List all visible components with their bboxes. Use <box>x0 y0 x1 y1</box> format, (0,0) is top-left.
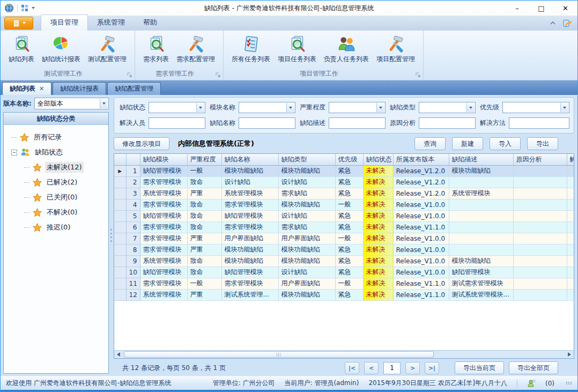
table-row[interactable]: 4需求管理模块致命需求管理模块模块功能缺陷一般未解决Release_V1.0.0 <box>114 199 574 210</box>
minimize-button[interactable]: – <box>505 1 529 16</box>
next-page-button[interactable]: > <box>405 362 420 374</box>
tree-item[interactable]: 缺陷状态 <box>6 145 106 160</box>
filter-input[interactable] <box>239 117 295 129</box>
scroll-left-arrow-icon[interactable] <box>114 351 123 358</box>
tree-item[interactable]: 已关闭(0) <box>6 190 106 205</box>
horizontal-scrollbar[interactable] <box>114 350 574 358</box>
application-menu-button[interactable] <box>4 17 33 29</box>
filter-text-input[interactable] <box>149 118 205 128</box>
tree-item[interactable]: 未解决(12) <box>6 160 106 175</box>
table-row[interactable]: 10缺陷管理模块致命缺陷管理模块设计缺陷紧急未解决Release_V1.0.0缺… <box>114 267 574 278</box>
table-row[interactable]: 6需求管理模块致命需求管理模块需求缺陷紧急未解决Release_V1.1.0 <box>114 221 574 233</box>
version-combobox[interactable]: 全部版本 <box>34 98 109 109</box>
query-button[interactable]: 查询 <box>414 137 446 150</box>
table-row[interactable]: 2需求管理模块致命设计缺陷设计缺陷紧急未解决Release_V1.2.0 <box>114 176 574 188</box>
tree-item[interactable]: 推迟(0) <box>6 220 106 235</box>
maximize-button[interactable]: □ <box>529 1 553 16</box>
filter-input[interactable] <box>509 117 569 129</box>
filter-combobox[interactable] <box>329 102 386 113</box>
collapse-expander-icon[interactable] <box>11 150 17 156</box>
filter-text-input[interactable] <box>419 118 475 128</box>
export-button[interactable]: 导出 <box>527 137 558 150</box>
close-tab-icon[interactable]: ✕ <box>39 86 44 92</box>
prev-page-button[interactable]: < <box>364 362 379 374</box>
ribbon-button[interactable]: 测试配置管理 <box>84 32 130 65</box>
dialog-launcher-icon[interactable] <box>416 72 421 78</box>
modify-display-items-button[interactable]: 修改显示项目 <box>114 137 169 150</box>
dialog-launcher-icon[interactable] <box>127 72 132 78</box>
filter-combobox-dropdown-button[interactable] <box>376 103 384 112</box>
dialog-launcher-icon[interactable] <box>216 72 221 78</box>
table-row[interactable]: 11需求管理模块一般需求管理模块用户界面缺陷一般未解决Release_V1.1.… <box>114 278 574 289</box>
import-button[interactable]: 导入 <box>490 137 521 150</box>
ribbon-button[interactable]: 缺陷统计报表 <box>38 32 84 65</box>
filter-combobox[interactable] <box>502 102 569 113</box>
collapse-ribbon-chevron-icon[interactable] <box>550 21 556 25</box>
filter-combobox-dropdown-button[interactable] <box>466 103 475 112</box>
column-header[interactable]: 缺陷模块 <box>140 154 187 165</box>
ribbon-button[interactable]: 所有任务列表 <box>228 32 274 65</box>
ribbon-tab-project[interactable]: 项目管理 <box>41 14 88 31</box>
filter-input[interactable] <box>149 117 205 129</box>
table-row[interactable]: 3系统管理模块严重系统管理模块需求缺陷紧急未解决Release_V1.2.0系统… <box>114 188 574 199</box>
tree-item[interactable]: 已解决(2) <box>6 175 106 190</box>
table-row[interactable]: ▶1缺陷管理模块一般模块功能缺陷模块功能缺陷紧急未解决Release_V1.2.… <box>114 165 574 176</box>
scrollbar-track[interactable] <box>123 351 565 358</box>
export-current-page-button[interactable]: 导出当前页 <box>455 361 504 374</box>
tree-item[interactable]: 不解决(0) <box>6 205 106 220</box>
last-page-button[interactable]: >| <box>425 362 439 374</box>
filter-text-input[interactable] <box>239 118 295 128</box>
quick-access-grid-icon[interactable] <box>21 4 28 12</box>
ribbon-button[interactable]: 项目任务列表 <box>274 32 320 65</box>
star-icon <box>20 133 29 142</box>
column-header[interactable]: 缺陷描述 <box>449 154 513 165</box>
filter-input[interactable] <box>419 117 476 129</box>
ribbon-tab-system[interactable]: 系统管理 <box>88 15 134 31</box>
sidebar-splitter[interactable] <box>109 95 114 376</box>
ribbon-button[interactable]: 缺陷列表 <box>5 32 38 65</box>
document-tab[interactable]: 缺陷配置管理 <box>107 82 161 95</box>
about-help-icon[interactable] <box>562 18 572 28</box>
column-header[interactable]: 严重程度 <box>187 154 221 165</box>
filter-combobox[interactable] <box>149 102 205 113</box>
close-button[interactable]: ✕ <box>553 1 577 16</box>
filter-combobox[interactable] <box>419 102 476 113</box>
resize-grip-icon[interactable] <box>566 382 572 384</box>
table-row[interactable]: 12系统管理模块严重测试系统管理...模块功能缺陷紧急未解决Release_V1… <box>114 289 574 300</box>
column-header[interactable]: 缺陷名称 <box>221 154 278 165</box>
filter-combobox-dropdown-button[interactable] <box>196 103 204 112</box>
ribbon-button[interactable]: 负责人任务列表 <box>320 32 373 65</box>
page-number-input[interactable] <box>383 362 401 374</box>
scroll-right-arrow-icon[interactable] <box>565 351 574 358</box>
filter-input[interactable] <box>329 117 386 129</box>
table-row[interactable]: 9系统管理模块致命模块功能缺陷模块功能缺陷紧急未解决Release_V1.0.0… <box>114 255 574 267</box>
filter-combobox[interactable] <box>239 102 295 113</box>
version-combobox-dropdown-button[interactable] <box>100 99 108 108</box>
new-button[interactable]: 新建 <box>452 137 483 150</box>
export-all-pages-button[interactable]: 导出全部页 <box>509 361 558 374</box>
column-header[interactable]: 优先级 <box>335 154 363 165</box>
column-header[interactable]: 所属发布版本 <box>393 154 449 165</box>
document-tab[interactable]: 缺陷统计报表 <box>53 82 106 95</box>
document-tab[interactable]: 缺陷列表✕ <box>2 82 51 95</box>
ribbon-tab-help[interactable]: 帮助 <box>134 15 166 31</box>
filter-text-input[interactable] <box>329 118 385 128</box>
tree-item[interactable]: 所有记录 <box>6 130 106 145</box>
quick-access-dropdown-caret-icon[interactable] <box>32 7 35 9</box>
column-header[interactable]: 解决方法 <box>567 154 574 165</box>
column-header[interactable]: 缺陷类型 <box>278 154 335 165</box>
table-row[interactable]: 8需求管理模块严重模块功能缺陷模块功能缺陷紧急未解决Release_V1.0.0 <box>114 244 574 255</box>
column-header[interactable]: 缺陷状态 <box>363 154 393 165</box>
column-header[interactable]: 原因分析 <box>513 154 567 165</box>
table-row[interactable]: 5缺陷管理模块致命缺陷管理模块设计缺陷紧急未解决Release_V1.0.0 <box>114 210 574 221</box>
filter-combobox-dropdown-button[interactable] <box>286 103 294 112</box>
table-row[interactable]: 7需求管理模块严重用户界面缺陷用户界面缺陷一般未解决Release_V1.0.0 <box>114 233 574 244</box>
ribbon-button[interactable]: 需求列表 <box>139 32 173 65</box>
scrollbar-thumb[interactable] <box>124 351 434 358</box>
ribbon-button[interactable]: 项目配置管理 <box>373 32 419 65</box>
first-page-button[interactable]: |< <box>345 362 359 374</box>
filter-combobox-dropdown-button[interactable] <box>560 103 568 112</box>
filter-text-input[interactable] <box>509 118 569 128</box>
ribbon-button[interactable]: 需求配置管理 <box>173 32 219 65</box>
row-number-cell: 9 <box>126 255 140 267</box>
